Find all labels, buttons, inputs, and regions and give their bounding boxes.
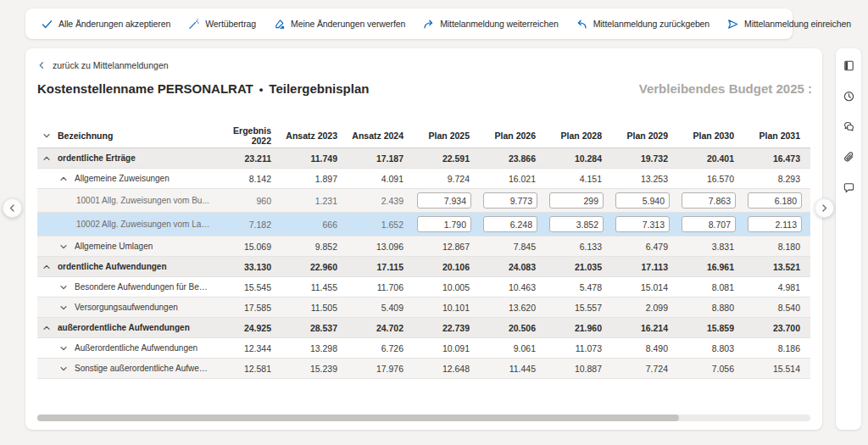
value-cell: 12.344	[215, 343, 281, 353]
next-page-button[interactable]	[815, 198, 834, 218]
row-label: Allgemeine Umlagen	[75, 242, 153, 251]
value-cell: 33.130	[215, 262, 281, 272]
value-cell: 5.409	[348, 303, 414, 313]
table-row[interactable]: 10001 Allg. Zuweisungen vom Bu... 9601.2…	[37, 189, 810, 213]
value-cell: 15.069	[215, 242, 281, 252]
plan-value-input[interactable]	[748, 216, 802, 232]
plan-value-cell	[612, 216, 678, 232]
toolbar-item[interactable]: Meine Änderungen verwerfen	[264, 8, 414, 39]
table-header-row: Bezeichnung Ergebnis 2022Ansatz 2023Ansa…	[37, 123, 810, 148]
paperclip-icon[interactable]	[843, 151, 855, 164]
row-label: Versorgungsaufwendungen	[75, 303, 178, 312]
table-row[interactable]: ordentliche Erträge 23.21111.74917.18722…	[37, 148, 810, 169]
chevron-down-icon[interactable]	[59, 283, 68, 292]
plan-value-input[interactable]	[483, 192, 537, 209]
table-row[interactable]: Allgemeine Umlagen 15.0699.85213.09612.8…	[37, 236, 810, 257]
value-cell: 20.401	[678, 153, 744, 164]
plan-value-cell	[546, 192, 612, 209]
row-name-cell: 10001 Allg. Zuweisungen vom Bu...	[37, 196, 215, 205]
chevron-up-icon[interactable]	[42, 324, 51, 332]
value-cell: 10.091	[414, 343, 480, 353]
chevron-up-icon[interactable]	[42, 154, 51, 163]
chevron-down-icon[interactable]	[59, 242, 68, 251]
table-row[interactable]: Allgemeine Zuweisungen 8.1421.8974.0919.…	[37, 169, 810, 189]
chevron-up-icon[interactable]	[59, 175, 68, 183]
value-cell: 22.960	[281, 262, 348, 272]
plan-value-input[interactable]	[483, 216, 537, 232]
value-cell: 960	[215, 196, 281, 206]
horizontal-scrollbar-thumb[interactable]	[37, 414, 679, 421]
value-cell: 8.540	[744, 303, 810, 313]
value-cell: 17.187	[348, 153, 414, 164]
row-label: ordentliche Aufwendungen	[58, 262, 167, 271]
value-cell: 24.925	[215, 323, 281, 333]
row-name-cell: Allgemeine Umlagen	[37, 242, 215, 251]
value-cell: 15.545	[215, 282, 281, 292]
column-header: Plan 2028	[546, 131, 612, 141]
history-icon[interactable]	[843, 90, 855, 103]
value-cell: 6.726	[348, 343, 414, 353]
value-cell: 11.455	[281, 282, 348, 292]
chevron-up-icon[interactable]	[42, 263, 51, 271]
plan-value-input[interactable]	[615, 192, 670, 209]
value-cell: 8.081	[678, 282, 744, 292]
plan-value-input[interactable]	[417, 192, 471, 209]
value-cell: 9.061	[480, 343, 546, 353]
value-cell: 23.700	[744, 323, 810, 333]
toolbar-item[interactable]: Mittelanmeldung weiterreichen	[414, 8, 567, 39]
plan-value-cell	[414, 216, 480, 232]
toolbar-item[interactable]: Wertübertrag	[179, 8, 264, 39]
table-row[interactable]: Sonstige außerordentliche Aufwend... 12.…	[37, 359, 810, 379]
plan-value-cell	[744, 216, 810, 232]
back-link[interactable]: zurück zu Mittelanmeldungen	[37, 60, 169, 70]
chevron-down-icon[interactable]	[59, 303, 68, 312]
toolbar-item[interactable]: Alle Änderungen akzeptieren	[32, 8, 179, 39]
value-cell: 10.284	[546, 153, 612, 164]
table-row[interactable]: ordentliche Aufwendungen 33.13022.96017.…	[37, 257, 810, 277]
value-cell: 8.180	[744, 242, 810, 252]
back-link-label: zurück zu Mittelanmeldungen	[53, 60, 169, 70]
toolbar-item[interactable]: Mittelanmeldung zurückgeben	[567, 8, 718, 39]
chevron-down-icon[interactable]	[42, 131, 51, 140]
value-cell: 13.298	[281, 343, 348, 353]
comment-icon[interactable]	[843, 181, 855, 194]
previous-page-button[interactable]	[3, 198, 22, 218]
value-cell: 11.505	[281, 303, 348, 313]
row-label: außerordentliche Aufwendungen	[58, 323, 190, 332]
plan-value-input[interactable]	[549, 216, 604, 232]
command-bar: Alle Änderungen akzeptieren Wertübertrag…	[25, 8, 793, 39]
table-row-selected[interactable]: 10002 Allg. Zuweisungen vom Land 7.18266…	[37, 213, 810, 236]
value-cell: 7.845	[480, 242, 546, 252]
chevron-down-icon[interactable]	[59, 344, 68, 353]
value-cell: 8.803	[678, 343, 744, 353]
value-cell: 15.859	[678, 323, 744, 333]
row-label: Allgemeine Zuweisungen	[75, 174, 170, 183]
book-icon[interactable]	[843, 59, 855, 72]
plan-value-input[interactable]	[682, 216, 736, 232]
remaining-budget-label: Verbleibendes Budget 2025 :	[639, 81, 812, 96]
column-header: Plan 2026	[480, 131, 546, 141]
value-cell: 10.463	[480, 282, 546, 292]
plan-value-input[interactable]	[549, 192, 604, 209]
chat-icon[interactable]	[843, 120, 855, 133]
plan-value-input[interactable]	[417, 216, 471, 232]
row-name-cell: Versorgungsaufwendungen	[37, 303, 215, 312]
toolbar-item[interactable]: Mittelanmeldung einreichen	[718, 8, 860, 39]
value-cell: 13.620	[480, 303, 546, 313]
value-cell: 9.724	[414, 174, 480, 184]
table-row[interactable]: Außerordentliche Aufwendungen 12.34413.2…	[37, 338, 810, 359]
chevron-down-icon[interactable]	[59, 364, 68, 373]
table-row[interactable]: außerordentliche Aufwendungen 24.92528.5…	[37, 318, 810, 338]
value-cell: 8.880	[678, 303, 744, 313]
plan-value-cell	[480, 216, 546, 232]
value-cell: 24.083	[480, 262, 546, 272]
plan-value-input[interactable]	[748, 192, 802, 209]
column-header: Plan 2030	[678, 131, 744, 141]
value-cell: 2.099	[612, 303, 678, 313]
table-row[interactable]: Versorgungsaufwendungen 17.58511.5055.40…	[37, 298, 810, 318]
plan-value-input[interactable]	[615, 216, 670, 232]
table-row[interactable]: Besondere Aufwendungen für Besch... 15.5…	[37, 277, 810, 298]
plan-value-input[interactable]	[682, 192, 736, 209]
row-name-cell: Besondere Aufwendungen für Besch...	[37, 282, 215, 292]
value-cell: 13.521	[744, 262, 810, 272]
